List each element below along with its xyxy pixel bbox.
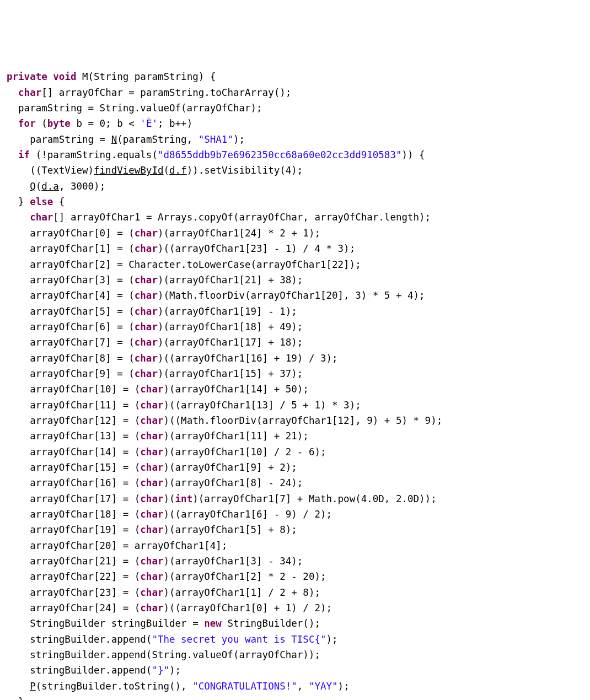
id-Q: Q <box>30 181 36 192</box>
l5c: ); <box>233 134 245 145</box>
kw-char2: char <box>30 212 53 223</box>
l7b: ( <box>163 165 169 176</box>
kw-for: for <box>18 118 36 129</box>
l41: } <box>7 696 24 700</box>
l37a: stringBuilder.append( <box>7 634 152 645</box>
kw-byte: byte <box>47 118 71 129</box>
str-hash: "d8655ddb9b7e6962350cc68a60e02cc3dd91058… <box>158 149 402 160</box>
code-block: private void M(String paramString) { cha… <box>7 69 583 700</box>
l39a: stringBuilder.append( <box>7 665 152 676</box>
l28: arrayOfChar[17] = ( <box>7 493 140 504</box>
l22: arrayOfChar[11] = ( <box>7 400 140 411</box>
l20: arrayOfChar[9] = ( <box>7 368 135 379</box>
kw-private: private <box>7 71 47 82</box>
kw-else: else <box>30 196 53 207</box>
l12: arrayOfChar[1] = ( <box>7 243 135 254</box>
l9b: { <box>53 196 65 207</box>
l6a: (!paramString.equals( <box>30 149 158 160</box>
l10: [] arrayOfChar1 = Arrays.copyOf(arrayOfC… <box>53 212 431 223</box>
l21: arrayOfChar[10] = ( <box>7 384 140 395</box>
str-echar: 'È' <box>140 118 158 129</box>
l17: arrayOfChar[6] = ( <box>7 321 135 332</box>
l33: arrayOfChar[22] = ( <box>7 571 140 582</box>
id-P: P <box>30 681 36 692</box>
str-brace: "}" <box>152 665 169 676</box>
str-secret: "The secret you want is TISC{" <box>152 634 326 645</box>
l19: arrayOfChar[8] = ( <box>7 353 135 364</box>
l34: arrayOfChar[23] = ( <box>7 587 140 598</box>
id-findViewById: findViewById <box>94 165 163 176</box>
kw-void: void <box>53 71 76 82</box>
l7a: ((TextView) <box>7 165 94 176</box>
id-d-f: d.f <box>169 165 187 176</box>
l9a: } <box>7 196 30 207</box>
l5a: paramString = <box>7 134 111 145</box>
l38: stringBuilder.append(String.valueOf(arra… <box>7 649 320 660</box>
l24: arrayOfChar[13] = ( <box>7 430 140 441</box>
l15: arrayOfChar[4] = ( <box>7 290 135 301</box>
l23: arrayOfChar[12] = ( <box>7 415 140 426</box>
l36a: StringBuilder stringBuilder = <box>7 618 204 629</box>
l31: arrayOfChar[20] = arrayOfChar1[4]; <box>7 540 227 551</box>
kw-new: new <box>204 618 222 629</box>
l5b: (paramString, <box>117 134 199 145</box>
l3: paramString = String.valueOf(arrayOfChar… <box>7 103 262 114</box>
l16: arrayOfChar[5] = ( <box>7 306 135 317</box>
l2: [] arrayOfChar = paramString.toCharArray… <box>41 87 291 98</box>
l27: arrayOfChar[16] = ( <box>7 477 140 488</box>
sig: M(String paramString) { <box>76 71 216 82</box>
l4b: b = 0; b < <box>71 118 140 129</box>
str-yay: "YAY" <box>309 681 338 692</box>
str-congrats: "CONGRATULATIONS!" <box>192 681 297 692</box>
l13: arrayOfChar[2] = Character.toLowerCase(a… <box>7 259 361 270</box>
l25: arrayOfChar[14] = ( <box>7 446 140 457</box>
l32: arrayOfChar[21] = ( <box>7 556 140 567</box>
l8a: ( <box>36 181 42 192</box>
l4c: ; b++) <box>158 118 192 129</box>
l6b: )) { <box>401 149 425 160</box>
l35: arrayOfChar[24] = ( <box>7 602 140 613</box>
l14: arrayOfChar[3] = ( <box>7 274 135 286</box>
str-sha1: "SHA1" <box>199 134 233 145</box>
l26: arrayOfChar[15] = ( <box>7 462 140 473</box>
kw-char: char <box>18 87 41 98</box>
l8b: , 3000); <box>59 181 105 192</box>
l7c: )).setVisibility(4); <box>187 165 303 176</box>
l18: arrayOfChar[7] = ( <box>7 337 135 348</box>
l4a: ( <box>36 118 47 129</box>
l30: arrayOfChar[19] = ( <box>7 524 140 535</box>
l11: arrayOfChar[0] = ( <box>7 228 135 239</box>
l29: arrayOfChar[18] = ( <box>7 509 140 520</box>
id-d-a: d.a <box>41 181 59 192</box>
id-N: N <box>111 134 117 145</box>
kw-if: if <box>18 149 30 160</box>
